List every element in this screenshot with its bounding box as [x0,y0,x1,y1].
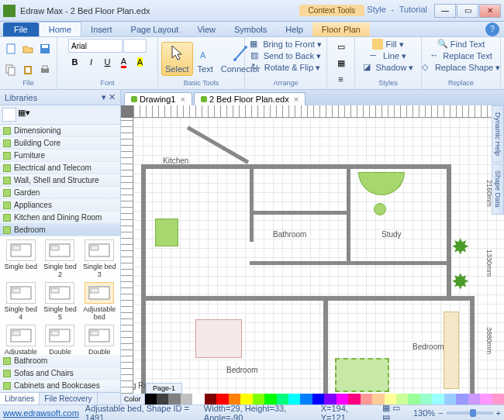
color-swatch[interactable] [385,394,396,405]
tab-page-layout[interactable]: Page Layout [122,22,188,36]
category-kitchen-and-dining-room[interactable]: Kitchen and Dining Room [0,212,120,224]
shape-single-bed-5[interactable]: Single bed 5 [41,281,80,322]
italic-button[interactable]: I [84,54,99,70]
shape-double-bed[interactable]: Double bed [41,323,80,355]
vertical-ruler[interactable] [121,118,133,394]
category-electrical-and-telecom[interactable]: Electrical and Telecom [0,162,120,174]
category-wall-shell-and-structure[interactable]: Wall, Shell and Structure [0,174,120,187]
shape-single-bed-3[interactable]: Single bed 3 [80,238,119,280]
category-appliances[interactable]: Appliances [0,199,120,212]
color-swatch[interactable] [277,394,288,405]
color-swatch[interactable] [337,394,348,405]
shape-single-bed-4[interactable]: Single bed 4 [2,281,40,322]
text-tool[interactable]: A Text [195,43,216,75]
color-swatch[interactable] [348,394,360,405]
color-swatch[interactable] [192,394,204,405]
font-size-combo[interactable] [123,39,147,53]
page-tab[interactable]: Page-1 [146,383,182,394]
color-swatch[interactable] [432,394,444,405]
drawing-canvas[interactable]: Kitchen Bathroom Study Bedroom Bedroom g… [133,118,504,394]
find-text-button[interactable]: 🔍Find Text [436,39,486,50]
doc-tab-floorplan[interactable]: 2 Bed Floor Plan.edx× [194,92,306,105]
style-link[interactable]: Style [367,5,385,14]
rotate-flip-button[interactable]: ↻Rotate & Flip ▾ [250,62,323,73]
library-menu-icon[interactable]: ▦▾ [18,108,30,122]
color-swatch[interactable] [312,394,324,405]
tab-floor-plan[interactable]: Floor Plan [312,22,370,36]
font-name-combo[interactable]: Arial [68,39,123,53]
group-button[interactable]: ▦ [333,55,349,71]
send-back-button[interactable]: ▨Send to Back ▾ [249,50,323,61]
tab-home[interactable]: Home [39,22,81,36]
color-swatch[interactable] [216,394,228,405]
replace-shape-button[interactable]: ◇Replace Shape ▾ [420,62,502,73]
color-swatch[interactable] [229,394,240,405]
color-swatch[interactable] [145,394,157,405]
tutorial-link[interactable]: Tutorial [399,5,427,14]
color-swatch[interactable] [181,394,192,405]
category-cabinets-and-bookcases[interactable]: Cabinets and Bookcases [0,380,120,392]
bring-front-button[interactable]: ▦Bring to Front ▾ [248,39,323,50]
category-bathroom[interactable]: Bathroom [0,355,120,367]
color-swatch[interactable] [408,394,419,405]
website-link[interactable]: www.edrawsoft.com [3,408,79,418]
desk-shape[interactable] [358,172,405,195]
plant-shape[interactable] [451,234,475,257]
maximize-button[interactable]: ▭ [457,4,478,18]
shape-single-bed-2[interactable]: Single bed 2 [41,238,80,280]
bed-shape[interactable] [195,319,242,358]
view-icons[interactable]: ▦ ▭ ▤ [382,403,407,421]
minimize-button[interactable]: — [434,4,456,18]
color-swatch[interactable] [372,394,384,405]
font-color-button[interactable]: A [116,54,132,70]
selected-bed-shape[interactable] [335,358,389,392]
color-swatch[interactable] [492,394,504,405]
category-bedroom[interactable]: Bedroom [0,224,120,236]
zoom-in-icon[interactable]: + [496,408,501,418]
highlight-button[interactable]: A [133,54,148,70]
panel-dynamic-help[interactable]: Dynamic Help [492,105,504,163]
save-button[interactable] [37,41,53,57]
shape-double-bed-2[interactable]: Double bed 2 [80,323,119,355]
category-dimensioning[interactable]: Dimensioning [0,125,120,137]
copy-button[interactable] [3,62,19,77]
tab-help[interactable]: Help [276,22,312,36]
color-swatch[interactable] [205,394,216,405]
category-garden[interactable]: Garden [0,187,120,199]
category-furniture[interactable]: Furniture [0,150,120,162]
line-button[interactable]: ─Line ▾ [368,50,408,61]
color-swatch[interactable] [444,394,456,405]
zoom-out-icon[interactable]: − [438,408,443,418]
color-swatch[interactable] [324,394,336,405]
color-swatch[interactable] [168,394,180,405]
plant-shape[interactable] [451,269,475,292]
table-shape[interactable] [155,219,178,246]
color-swatch[interactable] [468,394,480,405]
shape-single-bed[interactable]: Single bed [2,238,40,280]
library-dropdown-icon[interactable]: ▾ ✕ [102,92,116,102]
color-swatch[interactable] [288,394,300,405]
category-building-core[interactable]: Building Core [0,137,120,150]
shape-adjustable-bed[interactable]: Adjustable bed [80,281,119,322]
close-button[interactable]: ✕ [479,4,501,18]
tab-symbols[interactable]: Symbols [225,22,276,36]
color-swatch[interactable] [264,394,276,405]
file-tab[interactable]: File [3,22,39,36]
close-tab-icon[interactable]: × [294,95,299,104]
tab-insert[interactable]: Insert [81,22,122,36]
bold-button[interactable]: B [67,54,83,70]
color-swatch[interactable] [396,394,408,405]
color-swatch[interactable] [240,394,252,405]
shape-adjustable-bed-2[interactable]: Adjustable bed 2 [2,323,40,355]
zoom-control[interactable]: 130% − + [413,408,501,418]
color-swatch[interactable] [157,394,168,405]
color-swatch[interactable] [253,394,264,405]
wardrobe-shape[interactable] [444,312,459,389]
align-button[interactable]: ▭ [333,39,349,54]
chair-shape[interactable] [374,203,386,215]
new-button[interactable] [3,41,19,57]
zoom-slider[interactable] [447,411,493,415]
print-button[interactable] [37,62,53,77]
doc-tab-drawing1[interactable]: Drawing1× [124,92,192,105]
category-sofas-and-chairs[interactable]: Sofas and Chairs [0,367,120,380]
